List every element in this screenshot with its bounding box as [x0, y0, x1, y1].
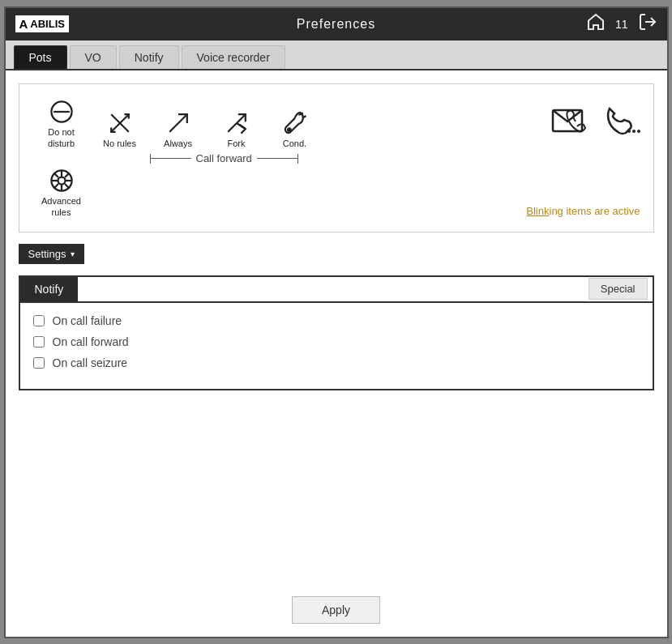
email-icon[interactable] [550, 104, 589, 139]
cond-label: Cond. [283, 138, 306, 149]
svg-line-25 [54, 184, 58, 188]
advanced-rules-symbol [47, 166, 76, 195]
svg-line-23 [65, 184, 69, 188]
notify-body: On call failure On call forward On call … [20, 301, 653, 389]
on-call-forward-checkbox[interactable] [33, 336, 45, 348]
svg-point-15 [637, 130, 640, 133]
title-bar-left: A ABILIS [15, 15, 69, 32]
fork-symbol [222, 109, 251, 138]
blink-text: Blink [526, 205, 549, 217]
apply-row: Apply [19, 580, 654, 624]
settings-button[interactable]: Settings ▾ [19, 244, 85, 264]
svg-line-24 [65, 173, 69, 177]
logout-icon[interactable] [638, 12, 657, 36]
on-call-failure-item[interactable]: On call failure [33, 314, 640, 327]
tab-pots[interactable]: Pots [14, 45, 67, 69]
notify-section: Notify Special On call failure On call f… [19, 275, 654, 390]
on-call-seizure-item[interactable]: On call seizure [33, 356, 640, 369]
svg-point-9 [288, 128, 291, 131]
tab-voice-recorder[interactable]: Voice recorder [182, 45, 285, 69]
advanced-rules-icon[interactable]: Advanced rules [32, 166, 91, 219]
title-bar: A ABILIS Preferences 11 [6, 8, 667, 41]
icons-panel: Do not disturb [19, 83, 654, 232]
tabs-bar: Pots VO Notify Voice recorder [6, 41, 667, 70]
no-rules-symbol [105, 109, 135, 138]
special-button[interactable]: Special [589, 278, 648, 300]
call-forward-label: Call forward [196, 152, 252, 164]
svg-point-17 [58, 177, 65, 185]
icons-row-bottom: Advanced rules Blinking items are active [32, 166, 640, 219]
title-bar-controls: 11 [586, 12, 657, 36]
fork-icon[interactable]: Fork [208, 109, 266, 149]
notify-tab[interactable]: Notify [20, 277, 79, 301]
svg-point-13 [627, 130, 631, 133]
tab-notify[interactable]: Notify [119, 45, 179, 69]
apply-button[interactable]: Apply [292, 596, 380, 624]
icons-left: Do not disturb [32, 97, 324, 150]
do-not-disturb-label: Do not disturb [48, 126, 75, 150]
app-window: A ABILIS Preferences 11 Pots VO [4, 6, 669, 638]
svg-point-14 [632, 130, 636, 133]
main-content: Do not disturb [6, 70, 667, 637]
chevron-down-icon: ▾ [71, 249, 75, 258]
on-call-failure-checkbox[interactable] [33, 315, 45, 326]
logo: A ABILIS [15, 15, 69, 32]
logo-a-icon: A [19, 17, 28, 31]
svg-line-5 [169, 114, 187, 132]
on-call-seizure-checkbox[interactable] [33, 357, 45, 369]
settings-label: Settings [28, 248, 66, 260]
blink-notice: Blinking items are active [526, 205, 640, 219]
svg-line-22 [54, 173, 58, 177]
on-call-forward-label: On call forward [53, 335, 129, 348]
cond-symbol [280, 109, 310, 138]
logo-text: ABILIS [30, 18, 65, 30]
on-call-seizure-label: On call seizure [53, 356, 128, 369]
always-icon[interactable]: Always [149, 109, 208, 149]
always-symbol [164, 109, 193, 138]
fork-label: Fork [228, 138, 246, 149]
do-not-disturb-symbol [47, 97, 76, 126]
phone-dots-icon[interactable] [601, 104, 640, 139]
on-call-failure-label: On call failure [53, 314, 122, 327]
no-rules-icon[interactable]: No rules [91, 109, 149, 149]
icons-row-top: Do not disturb [32, 97, 640, 150]
call-forward-bracket: Call forward [150, 152, 640, 164]
page-title: Preferences [297, 17, 375, 32]
cond-icon[interactable]: Cond. [266, 109, 324, 149]
icons-right [550, 97, 640, 139]
notify-header: Notify Special [20, 277, 653, 301]
tab-vo[interactable]: VO [70, 45, 117, 69]
svg-line-7 [237, 114, 246, 123]
always-label: Always [164, 138, 192, 149]
no-rules-label: No rules [103, 138, 136, 149]
on-call-forward-item[interactable]: On call forward [33, 335, 640, 348]
home-icon[interactable] [586, 12, 606, 36]
svg-line-6 [228, 123, 237, 132]
blink-notice-rest: ing items are active [550, 205, 640, 217]
badge-count: 11 [615, 18, 628, 31]
advanced-rules-label: Advanced rules [32, 195, 91, 219]
do-not-disturb-icon[interactable]: Do not disturb [32, 97, 91, 150]
